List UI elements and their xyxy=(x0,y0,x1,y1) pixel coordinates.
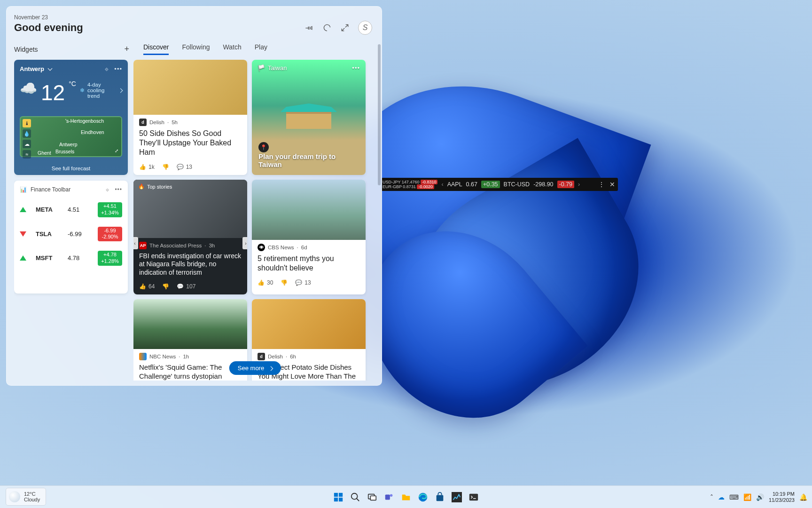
dislike-button[interactable]: 👎 xyxy=(162,164,169,170)
chevron-right-icon xyxy=(268,365,273,372)
scroll-right-icon[interactable]: › xyxy=(578,181,580,188)
weather-location[interactable]: Antwerp xyxy=(20,65,52,72)
source-logo-icon xyxy=(139,353,147,360)
weather-widget[interactable]: Antwerp ⟐ ••• ☁️ 12 °C ❄4-day cooling tr… xyxy=(14,60,128,175)
tab-discover[interactable]: Discover xyxy=(143,43,169,55)
pin-icon[interactable]: ⟐ xyxy=(105,65,109,72)
tray-chevron-icon[interactable]: ˄ xyxy=(710,493,713,501)
task-view-icon[interactable] xyxy=(366,491,379,504)
news-age: 1h xyxy=(183,354,189,359)
news-age: 6d xyxy=(301,245,307,250)
temple-illustration xyxy=(281,103,337,132)
next-arrow-icon[interactable]: › xyxy=(242,237,247,249)
ticker-change: +0.35 xyxy=(481,181,500,188)
widgets-label: Widgets xyxy=(14,46,38,53)
triangle-down-icon xyxy=(20,231,26,237)
stock-change: +4.51+1.34% xyxy=(98,202,122,217)
news-age: 5h xyxy=(172,119,178,125)
temp-layer-icon[interactable]: 🌡 xyxy=(23,119,31,127)
svg-point-4 xyxy=(351,493,358,499)
file-explorer-icon[interactable] xyxy=(399,491,413,504)
finance-app-icon[interactable] xyxy=(450,491,463,504)
cloud-layer-icon[interactable]: ☁ xyxy=(23,140,31,148)
full-forecast-link[interactable]: See full forecast xyxy=(52,166,90,171)
like-button[interactable]: 👍 64 xyxy=(139,283,155,290)
svg-point-8 xyxy=(390,494,393,497)
search-icon[interactable] xyxy=(349,491,362,504)
wind-layer-icon[interactable]: ≈ xyxy=(23,150,31,159)
header-date: November 23 xyxy=(14,14,83,21)
store-icon[interactable] xyxy=(433,491,446,504)
header-greeting: Good evening xyxy=(14,22,83,34)
ticker-value: 0.67 xyxy=(466,181,477,188)
tray-time: 10:19 PM xyxy=(773,491,795,497)
prev-arrow-icon[interactable]: ‹ xyxy=(133,237,138,249)
like-button[interactable]: 👍 1k xyxy=(139,164,155,170)
news-title: 5 retirement myths you shouldn't believe xyxy=(252,253,366,277)
news-source: The Associated Press xyxy=(149,243,202,248)
tab-play[interactable]: Play xyxy=(255,43,267,55)
start-button[interactable] xyxy=(332,491,345,504)
comments-button[interactable]: 💬 13 xyxy=(295,279,311,286)
news-image xyxy=(133,299,247,349)
stock-value: 4.51 xyxy=(68,206,88,213)
news-source: Delish xyxy=(268,354,283,359)
more-icon[interactable]: ••• xyxy=(115,186,122,193)
onedrive-icon[interactable]: ☁ xyxy=(718,493,725,501)
weather-unit: °C xyxy=(69,80,76,87)
source-logo-icon: d xyxy=(139,119,147,126)
expand-icon[interactable] xyxy=(340,23,350,32)
refresh-icon[interactable] xyxy=(322,23,332,32)
more-icon[interactable]: ••• xyxy=(114,65,122,72)
stock-row[interactable]: TSLA -6.99 -6.99-2.90% xyxy=(20,227,122,242)
travel-card-taiwan[interactable]: 🏳️Taiwan ••• 📍 Plan your dream trip to T… xyxy=(252,60,366,175)
edge-icon[interactable] xyxy=(416,491,429,504)
pin-icon[interactable] xyxy=(304,23,314,32)
see-more-button[interactable]: See more xyxy=(229,361,281,375)
comments-button[interactable]: 💬 13 xyxy=(177,164,192,170)
wifi-icon[interactable]: 📶 xyxy=(743,493,751,501)
news-card-retirement[interactable]: 👁CBS News · 6d 5 retirement myths you sh… xyxy=(252,180,366,294)
location-pin-icon[interactable]: 📍 xyxy=(258,142,269,152)
map-label: 's-Hertogenbosch xyxy=(65,118,104,124)
precip-layer-icon[interactable]: 💧 xyxy=(23,129,31,138)
ticker-close-icon[interactable]: ✕ xyxy=(609,181,615,188)
maximize-map-icon[interactable]: ⤢ xyxy=(115,148,118,153)
finance-ticker[interactable]: USD-JPY 147.4760 -0.8310 EUR-GBP 0.8731 … xyxy=(380,178,618,191)
scrollbar[interactable] xyxy=(378,44,381,185)
svg-rect-6 xyxy=(370,496,376,500)
like-button[interactable]: 👍 30 xyxy=(258,279,273,286)
tab-following[interactable]: Following xyxy=(182,43,210,55)
svg-rect-11 xyxy=(452,492,462,502)
volume-icon[interactable]: 🔊 xyxy=(756,493,764,501)
terminal-icon[interactable] xyxy=(467,491,480,504)
taskbar-weather[interactable]: 12°C Cloudy xyxy=(6,488,46,506)
notifications-icon[interactable]: 🔔 xyxy=(799,493,807,501)
weather-map[interactable]: 🌡 💧 ☁ ≈ 's-Hertogenbosch Eindhoven Antwe… xyxy=(20,116,122,157)
svg-rect-10 xyxy=(437,495,444,501)
ticker-menu-icon[interactable]: ⋮ xyxy=(598,181,605,188)
language-icon[interactable]: ⌨ xyxy=(729,493,739,501)
comments-button[interactable]: 💬 107 xyxy=(177,283,195,290)
travel-location: Taiwan xyxy=(268,64,287,71)
teams-icon[interactable] xyxy=(383,491,396,504)
news-card-fbi[interactable]: 🔥 Top stories ‹ › APThe Associated Press… xyxy=(133,180,247,294)
stock-row[interactable]: MSFT 4.78 +4.78+1.28% xyxy=(20,251,122,266)
tray-clock[interactable]: 10:19 PM 11/23/2023 xyxy=(769,491,795,503)
news-card-sidedish[interactable]: dDelish · 5h 50 Side Dishes So Good They… xyxy=(133,60,247,175)
dislike-button[interactable]: 👎 xyxy=(162,283,169,290)
stock-row[interactable]: META 4.51 +4.51+1.34% xyxy=(20,202,122,217)
map-label: Brussels xyxy=(55,149,74,154)
weather-trend[interactable]: ❄4-day cooling trend xyxy=(80,82,122,99)
dislike-button[interactable]: 👎 xyxy=(281,279,288,286)
user-avatar[interactable]: S xyxy=(358,21,372,35)
ticker-symbol: AAPL xyxy=(447,181,462,188)
more-icon[interactable]: ••• xyxy=(352,64,360,71)
scroll-left-icon[interactable]: ‹ xyxy=(441,181,443,188)
stock-change: -6.99-2.90% xyxy=(98,227,122,242)
pin-icon[interactable]: ⟐ xyxy=(106,186,109,193)
ticker-value: -298.90 xyxy=(533,181,553,188)
add-widget-icon[interactable]: + xyxy=(124,44,129,54)
tab-watch[interactable]: Watch xyxy=(223,43,242,55)
source-logo-icon: 👁 xyxy=(258,244,265,251)
